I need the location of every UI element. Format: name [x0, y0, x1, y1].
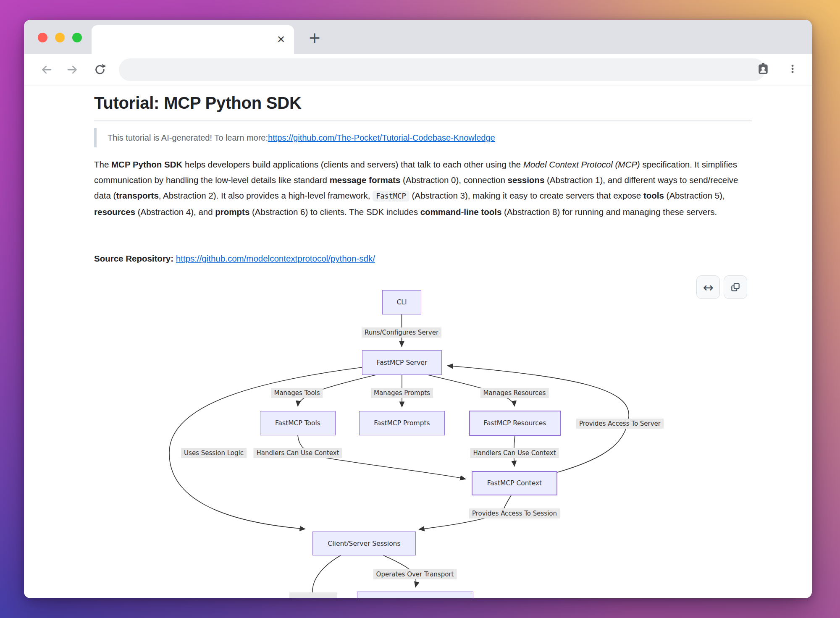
browser-window: ✕ +: [24, 20, 812, 598]
reload-button[interactable]: [92, 62, 108, 77]
page-title: Tutorial: MCP Python SDK: [94, 93, 302, 113]
page-content: Tutorial: MCP Python SDK This tutorial i…: [24, 86, 812, 598]
node-cli: CLI: [382, 290, 421, 314]
node-fastmcp-tools: FastMCP Tools: [260, 411, 336, 435]
title-divider: [94, 120, 752, 121]
fastmcp-code-chip: FastMCP: [373, 191, 410, 202]
minimize-window-button[interactable]: [55, 33, 65, 42]
forward-arrow-icon: [66, 63, 79, 76]
close-window-button[interactable]: [38, 33, 47, 42]
address-bar-input[interactable]: [119, 58, 765, 81]
copy-icon: [730, 282, 741, 293]
edge-label-operates-over-transport: Operates Over Transport: [373, 569, 457, 579]
traffic-lights: [38, 33, 82, 42]
edge-label-handlers-can-use-context-right: Handlers Can Use Context: [470, 448, 559, 458]
node-fastmcp-resources: FastMCP Resources: [469, 411, 561, 436]
node-transport-partial: [357, 592, 473, 598]
callout-link[interactable]: https://github.com/The-Pocket/Tutorial-C…: [268, 133, 495, 143]
source-repository-line: Source Repository: https://github.com/mo…: [94, 254, 375, 264]
node-fastmcp-prompts: FastMCP Prompts: [359, 411, 445, 435]
new-tab-button[interactable]: +: [306, 29, 323, 46]
edge-label-provides-access-to-session: Provides Access To Session: [469, 508, 560, 518]
tab-strip: ✕ +: [24, 20, 812, 54]
edge-label-handlers-can-use-context-left: Handlers Can Use Context: [253, 448, 342, 458]
ai-generated-callout: This tutorial is AI-generated! To learn …: [94, 128, 495, 147]
edge-label-manages-resources: Manages Resources: [480, 388, 549, 398]
source-label: Source Repository:: [94, 254, 176, 263]
diagram-copy-button[interactable]: [724, 275, 747, 299]
callout-text: This tutorial is AI-generated! To learn …: [108, 133, 268, 143]
forward-button[interactable]: [65, 62, 80, 77]
tab-close-icon[interactable]: ✕: [277, 34, 285, 45]
edge-label-partial: [289, 592, 337, 598]
browser-toolbar: [24, 54, 812, 86]
menu-button[interactable]: [785, 61, 800, 76]
expand-arrows-icon: ↔: [703, 280, 713, 295]
profile-badge-icon: [756, 62, 770, 76]
node-fastmcp-server: FastMCP Server: [362, 350, 442, 375]
node-client-server-sessions: Client/Server Sessions: [312, 532, 416, 555]
browser-tab[interactable]: ✕: [92, 25, 294, 54]
edge-label-manages-prompts: Manages Prompts: [371, 388, 433, 398]
back-button[interactable]: [39, 62, 54, 77]
reload-icon: [93, 63, 107, 76]
kebab-menu-icon: [787, 63, 798, 74]
edge-label-runs-configures-server: Runs/Configures Server: [362, 327, 441, 338]
maximize-window-button[interactable]: [72, 33, 82, 42]
source-link[interactable]: https://github.com/modelcontextprotocol/…: [176, 254, 375, 263]
edge-label-manages-tools: Manages Tools: [271, 388, 323, 398]
back-arrow-icon: [40, 63, 53, 76]
node-fastmcp-context: FastMCP Context: [472, 471, 557, 495]
edge-sessions-bottomleft: [312, 555, 341, 598]
edge-label-provides-access-to-server: Provides Access To Server: [576, 419, 664, 429]
edge-label-uses-session-logic: Uses Session Logic: [181, 448, 247, 458]
intro-paragraph: The MCP Python SDK helps developers buil…: [94, 157, 755, 220]
diagram-expand-button[interactable]: ↔: [696, 275, 720, 299]
profile-button[interactable]: [756, 61, 771, 76]
